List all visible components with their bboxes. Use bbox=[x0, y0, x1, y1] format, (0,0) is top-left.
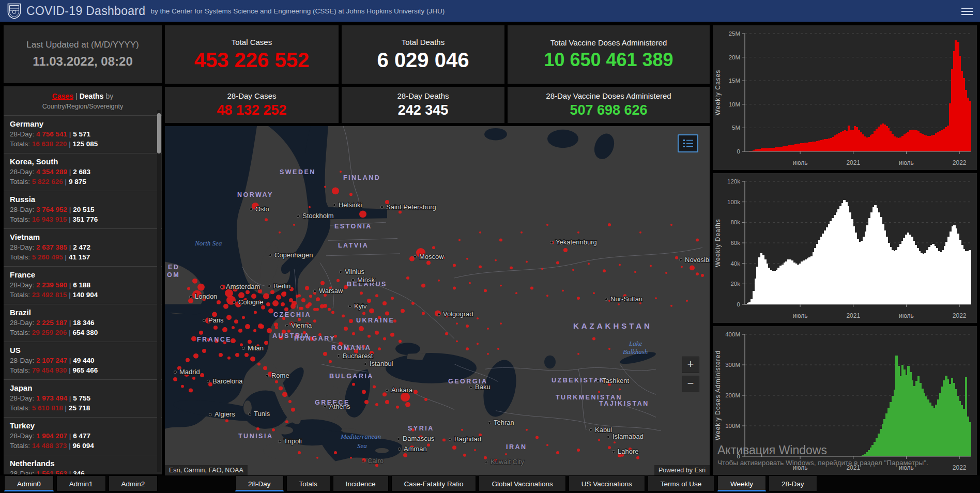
outbreak-dot bbox=[618, 303, 620, 305]
bar bbox=[967, 98, 969, 151]
country-row[interactable]: Japan 28-Day: 1 973 494 | 5 755 Totals: … bbox=[4, 379, 162, 417]
outbreak-dot bbox=[469, 282, 471, 284]
bar bbox=[945, 242, 947, 304]
outbreak-dot bbox=[284, 307, 288, 312]
outbreak-dot bbox=[598, 439, 600, 441]
svg-text:июль: июль bbox=[899, 159, 914, 166]
bar bbox=[934, 246, 936, 304]
country-row[interactable]: Netherlands 28-Day: 1 561 563 | 346 Tota… bbox=[4, 455, 162, 474]
tab-admin0[interactable]: Admin0 bbox=[4, 475, 54, 491]
country-row[interactable]: Vietnam 28-Day: 2 637 385 | 2 472 Totals… bbox=[4, 228, 162, 266]
world-map[interactable]: SWEDENNORWAYFINLANDESTONIALATVIABELARUSU… bbox=[165, 126, 710, 475]
svg-text:10M: 10M bbox=[729, 101, 740, 107]
total-deaths: 96 094 bbox=[72, 442, 94, 450]
city-label: Tashkent bbox=[602, 377, 629, 384]
bar bbox=[921, 134, 923, 151]
bar bbox=[961, 71, 963, 151]
country-name: France bbox=[10, 270, 156, 279]
country-row[interactable]: Korea, South 28-Day: 4 354 289 | 2 683 T… bbox=[4, 153, 162, 191]
outbreak-dot bbox=[563, 248, 568, 252]
bar bbox=[859, 242, 861, 304]
outbreak-dot bbox=[458, 239, 461, 241]
city-dot bbox=[297, 215, 299, 218]
country-row[interactable]: Russia 28-Day: 3 764 952 | 20 515 Totals… bbox=[4, 191, 162, 228]
city-dot bbox=[250, 208, 252, 210]
tab-us-vaccinations[interactable]: US Vaccinations bbox=[569, 475, 645, 491]
tab-admin1[interactable]: Admin1 bbox=[56, 475, 106, 491]
weekly-deaths-chart[interactable]: 020k40k60k80k100k120kиюль2021июль2022Wee… bbox=[713, 173, 977, 323]
total-cases: 5 610 818 bbox=[32, 404, 63, 412]
bar bbox=[916, 248, 918, 304]
tab-terms-of-use[interactable]: Terms of Use bbox=[648, 475, 715, 491]
bar bbox=[937, 399, 939, 456]
outbreak-dot bbox=[487, 328, 489, 330]
outbreak-dot bbox=[359, 211, 366, 218]
country-list[interactable]: Germany 28-Day: 4 756 541 | 5 571 Totals… bbox=[4, 115, 162, 474]
outbreak-dot bbox=[298, 451, 301, 454]
tab-weekly[interactable]: Weekly bbox=[717, 475, 766, 491]
zoom-out-button[interactable]: − bbox=[682, 376, 699, 392]
zoom-in-button[interactable]: + bbox=[682, 357, 699, 373]
outbreak-dot bbox=[288, 400, 292, 403]
outbreak-dot bbox=[510, 266, 513, 269]
scrollbar-thumb[interactable] bbox=[157, 113, 161, 153]
tab-28-day[interactable]: 28-Day bbox=[235, 475, 284, 491]
tab-28-day[interactable]: 28-Day bbox=[769, 475, 817, 491]
bar bbox=[767, 148, 769, 151]
bar bbox=[849, 212, 851, 305]
country-row[interactable]: Brazil 28-Day: 2 225 187 | 18 346 Totals… bbox=[4, 304, 162, 342]
outbreak-dot bbox=[368, 335, 371, 338]
bar bbox=[925, 135, 927, 151]
bar bbox=[787, 146, 789, 151]
legend-toggle-button[interactable] bbox=[678, 134, 698, 152]
city-label: Baghdad bbox=[454, 435, 481, 443]
bar bbox=[885, 413, 887, 456]
outbreak-dot bbox=[427, 443, 430, 446]
scrollbar-track[interactable] bbox=[157, 110, 161, 472]
country-row[interactable]: Turkey 28-Day: 1 904 207 | 6 477 Totals:… bbox=[4, 417, 162, 455]
total-cases-value: 453 226 552 bbox=[194, 49, 309, 72]
metric-tabs: 28-DayTotalsIncidenceCase-Fatality Ratio… bbox=[235, 475, 714, 491]
country-row[interactable]: Germany 28-Day: 4 756 541 | 5 571 Totals… bbox=[4, 115, 162, 153]
bar bbox=[852, 130, 854, 151]
country-row[interactable]: US 28-Day: 2 107 247 | 49 440 Totals: 79… bbox=[4, 342, 162, 379]
tab-totals[interactable]: Totals bbox=[286, 475, 330, 491]
outbreak-dot bbox=[359, 326, 364, 331]
cases-sort-link[interactable]: Cases bbox=[52, 92, 73, 100]
svg-text:июль: июль bbox=[793, 312, 808, 319]
city-dot bbox=[269, 254, 271, 256]
menu-icon[interactable] bbox=[961, 6, 973, 17]
bar bbox=[764, 259, 766, 304]
city-dot bbox=[324, 405, 326, 408]
weekly-doses-chart[interactable]: 0100M200M300M400Mиюль2021июль2022Weekly … bbox=[713, 326, 977, 475]
city-dot bbox=[414, 255, 416, 258]
weekly-cases-chart[interactable]: 05M10M15M20M25Mиюль2021июль2022Weekly Ca… bbox=[713, 25, 977, 170]
outbreak-dot bbox=[308, 302, 312, 306]
bar bbox=[766, 264, 768, 304]
outbreak-dot bbox=[316, 457, 318, 459]
deaths-sort-link[interactable]: Deaths bbox=[80, 92, 104, 100]
total-cases: 5 260 495 bbox=[32, 253, 63, 261]
bar bbox=[790, 145, 792, 151]
city-label: Cologne bbox=[238, 298, 263, 306]
outbreak-dot bbox=[385, 312, 389, 316]
bar bbox=[876, 438, 878, 456]
bar bbox=[784, 263, 786, 304]
total-deaths-box: Total Deaths 6 029 046 bbox=[342, 25, 504, 84]
total-cases: 23 492 815 bbox=[32, 291, 67, 299]
tab-incidence[interactable]: Incidence bbox=[333, 475, 389, 491]
outbreak-dot bbox=[240, 343, 243, 346]
outbreak-dot bbox=[675, 256, 678, 259]
bar bbox=[897, 366, 899, 456]
tab-admin2[interactable]: Admin2 bbox=[109, 475, 158, 491]
bar bbox=[768, 268, 770, 304]
bar bbox=[799, 264, 801, 304]
tab-case-fatality-ratio[interactable]: Case-Fatality Ratio bbox=[391, 475, 477, 491]
tab-global-vaccinations[interactable]: Global Vaccinations bbox=[479, 475, 565, 491]
svg-text:40k: 40k bbox=[730, 260, 740, 267]
outbreak-dot bbox=[655, 297, 657, 299]
country-label: ROMANIA bbox=[331, 344, 371, 351]
outbreak-dot bbox=[279, 232, 281, 234]
bar bbox=[810, 142, 813, 151]
country-row[interactable]: France 28-Day: 2 239 590 | 6 188 Totals:… bbox=[4, 266, 162, 304]
